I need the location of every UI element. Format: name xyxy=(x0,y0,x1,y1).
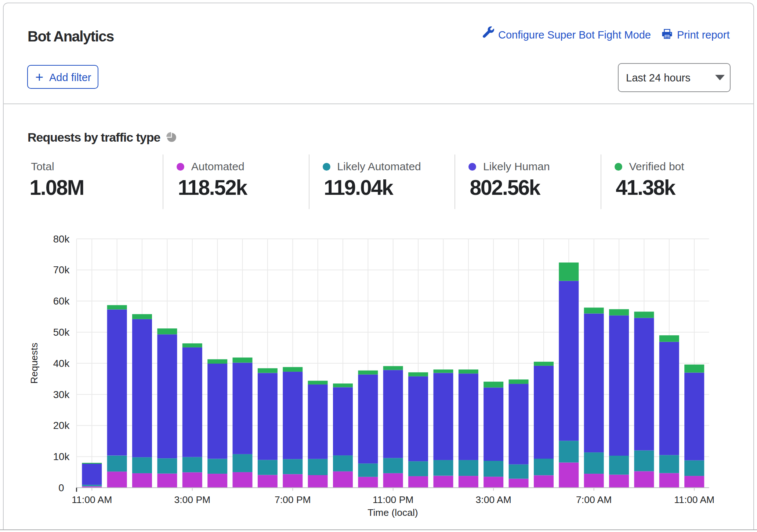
svg-text:10k: 10k xyxy=(53,451,70,462)
svg-text:11:00 AM: 11:00 AM xyxy=(72,494,112,505)
svg-text:7:00 AM: 7:00 AM xyxy=(576,494,612,505)
svg-text:20k: 20k xyxy=(53,420,70,431)
svg-text:Time (local): Time (local) xyxy=(367,507,418,518)
svg-text:30k: 30k xyxy=(53,389,70,400)
svg-text:Requests: Requests xyxy=(29,343,40,384)
svg-text:7:00 PM: 7:00 PM xyxy=(275,494,311,505)
svg-text:40k: 40k xyxy=(53,358,70,369)
svg-text:11:00 PM: 11:00 PM xyxy=(373,494,413,505)
svg-text:70k: 70k xyxy=(53,264,70,276)
svg-text:3:00 AM: 3:00 AM xyxy=(476,494,511,505)
svg-text:0: 0 xyxy=(58,482,64,493)
svg-text:50k: 50k xyxy=(53,327,70,338)
svg-text:60k: 60k xyxy=(53,295,70,307)
svg-text:3:00 PM: 3:00 PM xyxy=(174,494,210,505)
svg-text:11:00 AM: 11:00 AM xyxy=(674,494,714,505)
svg-text:80k: 80k xyxy=(53,233,70,245)
